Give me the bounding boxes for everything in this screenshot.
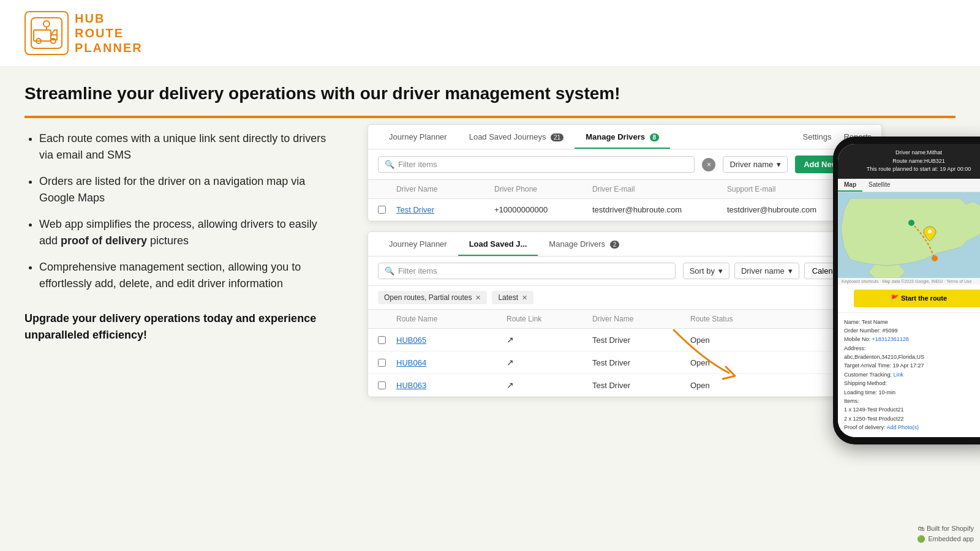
list-item: Orders are listed for the driver on a na…	[39, 173, 331, 206]
delivery-loading: Loading time: 10-min	[844, 388, 980, 397]
row2-checkbox[interactable]	[378, 336, 396, 344]
row-driver-email: testdriver@hubroute.com	[592, 205, 727, 214]
map-attribution: Keyboard shortcuts · Map data ©2023 Goog…	[838, 278, 980, 285]
list-item: Comprehensive management section, allowi…	[39, 259, 331, 292]
row3-route-status: Open	[690, 358, 776, 367]
search-icon: 🔍	[385, 160, 394, 169]
col2-driver-name: Driver Name	[592, 315, 690, 323]
bottom-screenshot: Journey Planner Load Saved J... Manage D…	[368, 231, 882, 397]
delivery-card: 1 Name: Test Name Order Number: #5099 Mo…	[838, 312, 980, 437]
delivery-proof: Proof of delivery: Add Photo(s)	[844, 423, 980, 432]
phone-screen: Driver name:Mithat Route name:HUB321 Thi…	[838, 144, 980, 437]
logo: HUBROUTEPLANNER	[24, 11, 143, 55]
list-item: Web app simplifies the process, allowing…	[39, 216, 331, 249]
map-area: + −	[838, 192, 980, 278]
filter-tag-open-routes: Open routes, Partial routes ✕	[378, 291, 487, 304]
row-checkbox[interactable]	[378, 206, 396, 214]
chevron-down-icon-2: ▾	[718, 266, 723, 276]
svg-point-8	[932, 255, 938, 261]
driver-name-dropdown[interactable]: Driver name ▾	[723, 156, 788, 173]
row2-route-link[interactable]: ↗	[507, 335, 592, 345]
row4-driver-name: Test Driver	[592, 381, 690, 390]
toolbar-bottom: 🔍 Filter items Sort by ▾ Driver name ▾ C…	[368, 257, 881, 286]
col2-route-name: Route Name	[396, 315, 507, 323]
row4-route-status: Open	[690, 381, 776, 390]
search-placeholder: Filter items	[398, 160, 437, 169]
start-route-button[interactable]: 🚩 Start the route	[854, 290, 980, 307]
row4-route-link[interactable]: ↗	[507, 380, 592, 390]
delivery-address-value: abc,Bradenton,34210,Florida,US	[844, 353, 980, 361]
tracking-link[interactable]: Link	[894, 372, 904, 378]
chevron-down-icon-3: ▾	[788, 266, 793, 276]
table-header-top: Driver Name Driver Phone Driver E-mail S…	[368, 180, 881, 199]
map-tabs: Map Satellite ⤢	[838, 179, 980, 192]
tab-journey-planner-2[interactable]: Journey Planner	[378, 232, 458, 256]
clear-search-button[interactable]: ×	[702, 158, 715, 171]
col2-route-status: Route Status	[690, 315, 776, 323]
delivery-phone-link[interactable]: +18312361128	[872, 336, 909, 342]
top-screenshot: Journey Planner Load Saved Journeys 21 M…	[368, 124, 882, 222]
shopify-icon: 🛍	[918, 523, 924, 534]
filter-tag-latest: Latest ✕	[492, 291, 533, 304]
table-row: HUB065 ↗ Test Driver Open	[368, 329, 881, 351]
proof-link[interactable]: Add Photo(s)	[887, 424, 919, 430]
row2-route-name[interactable]: HUB065	[396, 335, 507, 345]
shopify-badge: 🛍 Built for Shopify	[917, 523, 974, 534]
chevron-down-icon: ▾	[777, 160, 781, 169]
delivery-items-label: Items:	[844, 397, 980, 405]
delivery-shipping: Shipping Method:	[844, 379, 980, 388]
toolbar-top: 🔍 Filter items × Driver name ▾ Add New D…	[368, 149, 881, 180]
phone-route-time: This route planned to start at: 19 Apr 0…	[844, 165, 980, 174]
row4-checkbox[interactable]	[378, 381, 396, 389]
tab-load-saved[interactable]: Load Saved Journeys 21	[458, 125, 575, 149]
sort-dropdown[interactable]: Sort by ▾	[683, 263, 729, 279]
tab-settings[interactable]: Settings	[802, 132, 831, 141]
screenshot-area: Journey Planner Load Saved Journeys 21 M…	[368, 124, 956, 397]
tab-load-saved-2[interactable]: Load Saved J...	[458, 232, 538, 256]
tab-manage-drivers-2[interactable]: Manage Drivers 2	[538, 232, 630, 256]
remove-filter-open-routes[interactable]: ✕	[475, 294, 481, 302]
table-row: Test Driver +10000000000 testdriver@hubr…	[368, 199, 881, 221]
tab-manage-drivers[interactable]: Manage Drivers 8	[575, 125, 670, 149]
phone-driver-name: Driver name:Mithat	[844, 149, 980, 157]
search-icon-2: 🔍	[385, 266, 394, 276]
col2-checkbox	[378, 315, 396, 323]
map-tab-map[interactable]: Map	[838, 179, 862, 192]
logo-icon	[24, 11, 69, 55]
row3-checkbox[interactable]	[378, 359, 396, 367]
col-driver-email: Driver E-mail	[592, 185, 727, 193]
phone-mockup: Driver name:Mithat Route name:HUB321 Thi…	[833, 137, 980, 444]
col-driver-name: Driver Name	[396, 185, 494, 193]
table-header-bottom: Route Name Route Link Driver Name Route …	[368, 310, 881, 329]
col-driver-phone: Driver Phone	[494, 185, 592, 193]
table-row: HUB064 ↗ Test Driver Open	[368, 351, 881, 374]
row3-route-link[interactable]: ↗	[507, 358, 592, 367]
map-tab-satellite[interactable]: Satellite	[862, 179, 897, 192]
driver-name-label: Driver name	[729, 160, 773, 169]
search-box-top[interactable]: 🔍 Filter items	[378, 156, 695, 173]
search-placeholder-2: Filter items	[398, 266, 437, 276]
tab-journey-planner[interactable]: Journey Planner	[378, 125, 458, 149]
tab-bar-top: Journey Planner Load Saved Journeys 21 M…	[368, 125, 881, 149]
filter-tags: Open routes, Partial routes ✕ Latest ✕	[368, 286, 881, 310]
flag-icon: 🚩	[891, 294, 899, 302]
row3-driver-name: Test Driver	[592, 358, 690, 367]
upgrade-text: Upgrade your delivery operations today a…	[24, 310, 331, 343]
header: HUBROUTEPLANNER	[0, 0, 980, 67]
embedded-icon: 🟢	[917, 534, 925, 545]
delivery-name: Name: Test Name	[844, 318, 980, 326]
row4-route-name[interactable]: HUB063	[396, 381, 507, 390]
remove-filter-latest[interactable]: ✕	[522, 294, 527, 302]
svg-point-7	[908, 220, 914, 226]
bullet-list: Each route comes with a unique link sent…	[24, 124, 331, 397]
embedded-label: Embedded app	[928, 534, 974, 545]
row3-route-name[interactable]: HUB064	[396, 358, 507, 367]
start-route-label: Start the route	[901, 294, 947, 302]
tab-bar-bottom: Journey Planner Load Saved J... Manage D…	[368, 232, 881, 257]
search-box-bottom[interactable]: 🔍 Filter items	[378, 263, 676, 279]
svg-point-9	[928, 230, 932, 233]
driver-name-dropdown-2[interactable]: Driver name ▾	[734, 263, 799, 279]
row-driver-phone: +10000000000	[494, 205, 592, 214]
table-row: HUB063 ↗ Test Driver Open	[368, 374, 881, 397]
row-driver-name[interactable]: Test Driver	[396, 205, 494, 214]
